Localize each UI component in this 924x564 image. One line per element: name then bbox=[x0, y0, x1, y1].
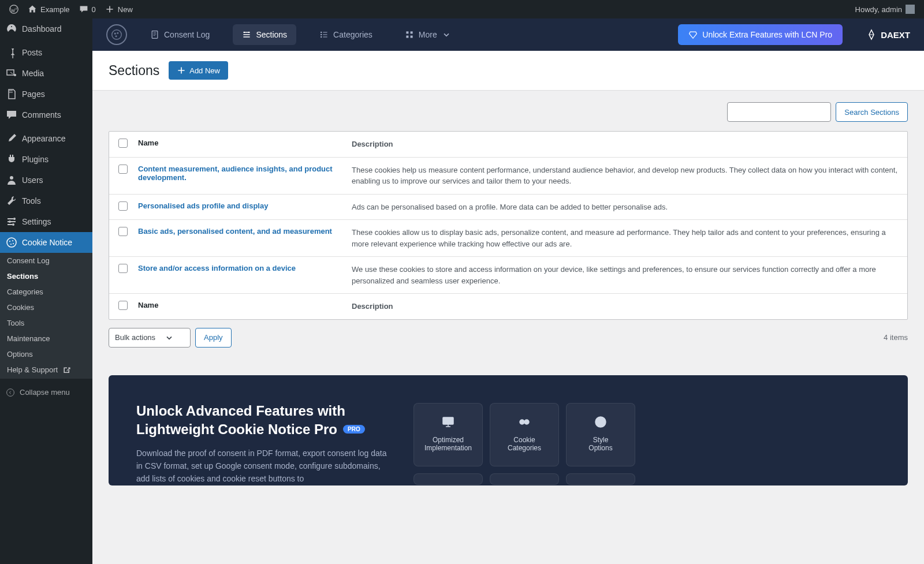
svg-point-9 bbox=[12, 240, 13, 241]
row-name-link[interactable]: Store and/or access information on a dev… bbox=[138, 264, 296, 272]
row-checkbox[interactable] bbox=[118, 264, 128, 273]
new-label: New bbox=[118, 5, 133, 14]
promo-card-placeholder bbox=[566, 473, 635, 485]
select-all-checkbox-bottom[interactable] bbox=[118, 301, 128, 310]
page-header: Sections Add New bbox=[92, 51, 924, 91]
promo-title-1: Unlock Advanced Features with bbox=[136, 403, 390, 419]
promo-card-placeholder bbox=[413, 473, 483, 485]
collapse-menu[interactable]: Collapse menu bbox=[0, 383, 92, 402]
monitor-icon bbox=[441, 415, 455, 429]
column-name-header[interactable]: Name bbox=[138, 132, 352, 157]
submenu-tools[interactable]: Tools bbox=[0, 315, 92, 331]
row-checkbox[interactable] bbox=[118, 201, 128, 211]
plus-icon bbox=[177, 66, 186, 75]
media-icon bbox=[6, 68, 17, 79]
submenu-help-support[interactable]: Help & Support bbox=[0, 362, 92, 379]
row-name-link[interactable]: Basic ads, personalised content, and ad … bbox=[138, 227, 332, 236]
table-row: Basic ads, personalised content, and ad … bbox=[109, 220, 907, 257]
row-name-link[interactable]: Content measurement, audience insights, … bbox=[138, 165, 333, 182]
svg-point-14 bbox=[114, 33, 116, 34]
svg-point-4 bbox=[13, 218, 16, 220]
tab-consent-log[interactable]: Consent Log bbox=[141, 24, 219, 45]
document-icon bbox=[150, 30, 159, 39]
svg-point-20 bbox=[321, 32, 322, 33]
sidebar-item-users[interactable]: Users bbox=[0, 170, 92, 191]
svg-rect-25 bbox=[406, 36, 408, 38]
column-desc-header[interactable]: Description bbox=[352, 132, 907, 157]
sidebar-item-settings[interactable]: Settings bbox=[0, 211, 92, 232]
unlock-pro-button[interactable]: Unlock Extra Features with LCN Pro bbox=[678, 24, 843, 45]
page-title: Sections bbox=[109, 63, 159, 79]
svg-point-6 bbox=[12, 223, 14, 226]
sliders-icon bbox=[6, 216, 17, 227]
bulk-actions-select[interactable]: Bulk actions bbox=[109, 328, 191, 348]
row-name-link[interactable]: Personalised ads profile and display bbox=[138, 201, 268, 210]
promo-panel: Unlock Advanced Features with Lightweigh… bbox=[109, 375, 908, 485]
column-name-footer[interactable]: Name bbox=[138, 294, 352, 319]
sidebar-item-appearance[interactable]: Appearance bbox=[0, 128, 92, 149]
svg-point-28 bbox=[520, 420, 524, 424]
sidebar-item-posts[interactable]: Posts bbox=[0, 42, 92, 63]
admin-bar: Example 0 New Howdy, admin bbox=[0, 0, 924, 18]
sidebar-item-cookie-notice[interactable]: Cookie Notice bbox=[0, 232, 92, 253]
plugin-tabs: Consent Log Sections Categories More Unl… bbox=[92, 18, 924, 51]
svg-point-18 bbox=[244, 32, 245, 33]
row-checkbox[interactable] bbox=[118, 227, 128, 236]
row-checkbox[interactable] bbox=[118, 165, 128, 174]
item-count: 4 items bbox=[884, 333, 908, 342]
wrench-icon bbox=[6, 195, 17, 207]
tab-sections[interactable]: Sections bbox=[233, 24, 296, 45]
sidebar-item-media[interactable]: Media bbox=[0, 63, 92, 84]
site-link[interactable]: Example bbox=[23, 0, 74, 18]
sidebar-item-plugins[interactable]: Plugins bbox=[0, 149, 92, 170]
admin-sidebar: Dashboard Posts Media Pages Comments App… bbox=[0, 18, 92, 564]
row-desc: Ads can be personalised based on a profi… bbox=[352, 195, 907, 220]
plugin-logo bbox=[106, 24, 127, 45]
promo-card-placeholder bbox=[490, 473, 559, 485]
submenu-categories[interactable]: Categories bbox=[0, 284, 92, 300]
svg-point-32 bbox=[601, 419, 602, 420]
brush-icon bbox=[6, 133, 17, 144]
tab-categories[interactable]: Categories bbox=[310, 24, 382, 45]
add-new-button[interactable]: Add New bbox=[169, 61, 228, 80]
palette-icon bbox=[594, 415, 608, 429]
apply-button[interactable]: Apply bbox=[195, 328, 232, 348]
svg-point-10 bbox=[10, 244, 12, 245]
select-all-checkbox[interactable] bbox=[118, 139, 128, 148]
pin-icon bbox=[6, 47, 17, 58]
wp-logo[interactable] bbox=[5, 0, 23, 18]
sidebar-item-pages[interactable]: Pages bbox=[0, 84, 92, 104]
brand-link[interactable]: DAEXT bbox=[866, 29, 910, 40]
diamond-icon bbox=[688, 30, 698, 39]
howdy-link[interactable]: Howdy, admin bbox=[851, 0, 919, 18]
svg-point-12 bbox=[7, 389, 14, 396]
svg-point-30 bbox=[595, 417, 606, 427]
submenu-consent-log[interactable]: Consent Log bbox=[0, 253, 92, 268]
chevron-down-icon bbox=[442, 30, 451, 39]
submenu-maintenance[interactable]: Maintenance bbox=[0, 331, 92, 346]
svg-point-5 bbox=[9, 221, 11, 223]
dashboard-icon bbox=[6, 23, 17, 35]
row-desc: We use these cookies to store and access… bbox=[352, 257, 907, 293]
pages-icon bbox=[6, 88, 17, 100]
search-input[interactable] bbox=[727, 102, 831, 122]
new-link[interactable]: New bbox=[100, 0, 137, 18]
column-desc-footer[interactable]: Description bbox=[352, 294, 907, 319]
svg-rect-26 bbox=[410, 36, 412, 38]
sidebar-item-comments[interactable]: Comments bbox=[0, 104, 92, 125]
home-icon bbox=[28, 5, 37, 14]
tab-more[interactable]: More bbox=[396, 24, 460, 45]
submenu-options[interactable]: Options bbox=[0, 346, 92, 362]
main-content: Consent Log Sections Categories More Unl… bbox=[92, 18, 924, 564]
pro-badge: PRO bbox=[343, 425, 365, 434]
sidebar-item-dashboard[interactable]: Dashboard bbox=[0, 18, 92, 39]
sidebar-item-tools[interactable]: Tools bbox=[0, 191, 92, 211]
svg-point-31 bbox=[598, 420, 599, 421]
submenu-cookies[interactable]: Cookies bbox=[0, 300, 92, 315]
submenu-sections[interactable]: Sections bbox=[0, 268, 92, 284]
promo-card: OptimizedImplementation bbox=[413, 403, 483, 466]
search-button[interactable]: Search Sections bbox=[836, 102, 908, 122]
comment-icon bbox=[79, 5, 88, 14]
comments-link[interactable]: 0 bbox=[74, 0, 100, 18]
list-icon bbox=[319, 30, 329, 39]
